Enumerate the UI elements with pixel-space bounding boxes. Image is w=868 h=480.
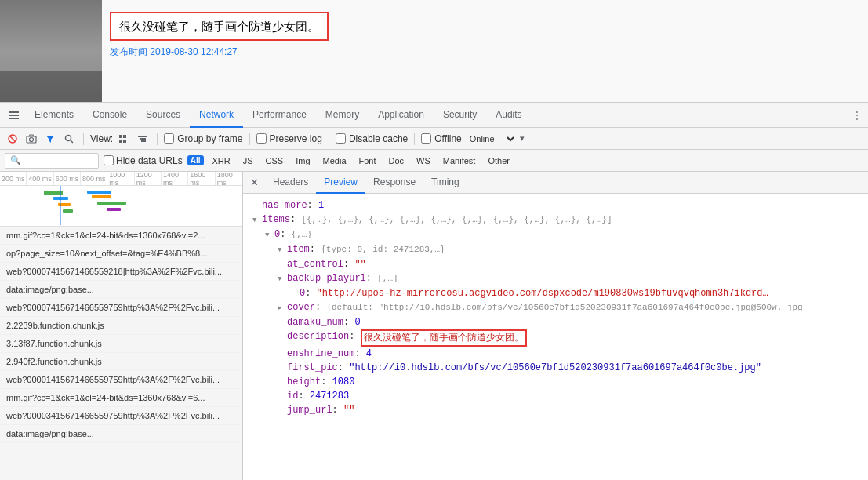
svg-rect-0 — [9, 111, 19, 113]
filter-ws[interactable]: WS — [412, 155, 434, 166]
json-item-row: item: {type: 0, id: 2471283,…} — [252, 242, 859, 257]
json-first-pic: first_pic: "http://i0.hdslb.com/bfs/vc/1… — [252, 361, 859, 375]
response-tab-timing[interactable]: Timing — [423, 172, 467, 194]
tick-400: 400 ms — [27, 172, 53, 185]
publish-time: 发布时间 2019-08-30 12:44:27 — [110, 45, 329, 59]
tick-1600: 1600 ms — [188, 172, 215, 185]
timeline-bar-8 — [107, 208, 122, 211]
tab-console[interactable]: Console — [83, 103, 136, 128]
response-tab-preview[interactable]: Preview — [316, 172, 365, 194]
json-cover: cover: {default: "http://i0.hdslb.com/bf… — [252, 300, 859, 315]
svg-point-7 — [66, 135, 71, 140]
filter-icon[interactable] — [42, 131, 58, 147]
list-item[interactable]: web?00007415671466559218|http%3A%2F%2Fvc… — [0, 263, 242, 281]
list-item[interactable]: web?00001415671466559759http%3A%2F%2Fvc.… — [0, 371, 242, 389]
throttling-select[interactable]: Online Fast 3G Slow 3G — [465, 133, 517, 144]
stop-recording-icon[interactable] — [5, 131, 20, 147]
highlighted-text-box: 很久没碰笔了，随手画个防道少女团。 — [110, 12, 329, 41]
filter-doc[interactable]: Doc — [385, 155, 409, 166]
json-backup-0: 0: "http://upos-hz-mirrorcosu.acgvideo.c… — [252, 286, 859, 300]
tab-audits[interactable]: Audits — [486, 103, 531, 128]
view-list-icon[interactable] — [116, 131, 132, 147]
filter-other[interactable]: Other — [484, 155, 514, 166]
offline-checkbox[interactable]: Offline — [421, 133, 461, 144]
filter-img[interactable]: Img — [292, 155, 314, 166]
json-has-more: has_more: 1 — [252, 198, 859, 213]
tick-800: 800 ms — [81, 172, 107, 185]
tab-sources[interactable]: Sources — [136, 103, 190, 128]
tab-performance[interactable]: Performance — [243, 103, 316, 128]
timeline-bar-5 — [87, 191, 111, 194]
json-height: height: 1080 — [252, 375, 859, 389]
camera-icon[interactable] — [24, 131, 39, 147]
filter-font[interactable]: Font — [355, 155, 380, 166]
list-item[interactable]: mm.gif?cc=1&ck=1&cl=24-bit&ds=1360x768&v… — [0, 227, 242, 245]
tab-elements[interactable]: Elements — [25, 103, 83, 128]
disable-cache-checkbox[interactable]: Disable cache — [336, 133, 408, 144]
items-expand-arrow[interactable] — [252, 213, 262, 227]
filter-js[interactable]: JS — [239, 155, 257, 166]
response-tab-headers[interactable]: Headers — [265, 172, 316, 194]
response-tab-response[interactable]: Response — [365, 172, 423, 194]
svg-line-8 — [71, 140, 73, 143]
tick-200: 200 ms — [0, 172, 27, 185]
tab-network[interactable]: Network — [190, 103, 243, 128]
preserve-log-checkbox[interactable]: Preserve log — [256, 133, 322, 144]
network-url-list: mm.gif?cc=1&ck=1&cl=24-bit&ds=1360x768&v… — [0, 227, 242, 480]
cover-expand-arrow[interactable] — [278, 300, 287, 315]
group-by-frame-checkbox[interactable]: Group by frame — [164, 133, 242, 144]
timeline-bar-4 — [63, 209, 72, 213]
json-item-0-row: 0: {,…} — [252, 227, 859, 242]
timeline-marker — [107, 186, 107, 225]
list-item[interactable]: web?00003415671466559759http%3A%2F%2Fvc.… — [0, 407, 242, 425]
svg-rect-11 — [123, 135, 126, 138]
list-item[interactable]: data:image/png;base... — [0, 281, 242, 299]
preview-text-area: 很久没碰笔了，随手画个防道少女团。 发布时间 2019-08-30 12:44:… — [110, 12, 329, 59]
list-item[interactable]: 2.2239b.function.chunk.js — [0, 317, 242, 335]
filter-css[interactable]: CSS — [262, 155, 288, 166]
tab-memory[interactable]: Memory — [316, 103, 369, 128]
network-toolbar: View: Group by frame Preserve log Disabl… — [0, 128, 868, 150]
json-jump-url: jump_url: "" — [252, 403, 859, 417]
main-content-area: 200 ms 400 ms 600 ms 800 ms 1000 ms 1200… — [0, 172, 868, 480]
list-item[interactable]: 2.940f2.function.chunk.js — [0, 353, 242, 371]
toolbar-separator-4 — [329, 133, 329, 145]
all-filter-badge[interactable]: All — [187, 155, 204, 165]
filter-xhr[interactable]: XHR — [209, 155, 234, 166]
timeline-bar-6 — [92, 195, 111, 198]
hide-data-urls-checkbox[interactable]: Hide data URLs — [104, 155, 183, 166]
timeline-area: 200 ms 400 ms 600 ms 800 ms 1000 ms 1200… — [0, 172, 242, 227]
svg-rect-1 — [9, 115, 19, 116]
devtools-toggle-icon[interactable] — [3, 104, 25, 126]
view-label: View: — [90, 133, 113, 144]
description-value: 很久没碰笔了，随手画个防道少女团。 — [361, 329, 527, 347]
more-tabs-icon[interactable]: ⋮ — [846, 104, 868, 126]
json-at-control: at_control: "" — [252, 257, 859, 271]
filter-media[interactable]: Media — [319, 155, 350, 166]
filter-input[interactable] — [24, 156, 93, 165]
list-item[interactable]: web?00007415671466559759http%3A%2F%2Fvc.… — [0, 299, 242, 317]
svg-rect-9 — [119, 135, 122, 138]
timeline-bars — [0, 186, 242, 225]
throttling-arrow[interactable]: ▾ — [520, 133, 525, 144]
tab-application[interactable]: Application — [369, 103, 434, 128]
filter-input-wrap: 🔍 — [5, 153, 99, 169]
tick-600: 600 ms — [54, 172, 81, 185]
list-item[interactable]: 3.13f87.function.chunk.js — [0, 335, 242, 353]
filter-manifest[interactable]: Manifest — [439, 155, 480, 166]
toolbar-separator-3 — [249, 133, 250, 145]
json-id: id: 2471283 — [252, 389, 859, 403]
svg-point-6 — [30, 137, 34, 141]
backup-expand-arrow[interactable] — [278, 271, 287, 286]
item0-expand-arrow[interactable] — [265, 227, 274, 242]
list-item[interactable]: data:image/png;base... — [0, 425, 242, 443]
search-icon[interactable] — [61, 131, 77, 147]
json-tree-view: has_more: 1 items: [{,…}, {,…}, {,…}, {,… — [243, 194, 868, 480]
list-item[interactable]: mm.gif?cc=1&ck=1&cl=24-bit&ds=1360x768&v… — [0, 389, 242, 407]
list-item[interactable]: op?page_size=10&next_offset=&tag=%E4%BB%… — [0, 245, 242, 263]
close-response-icon[interactable]: ✕ — [246, 175, 262, 191]
filter-row: 🔍 Hide data URLs All XHR JS CSS Img Medi… — [0, 150, 868, 172]
view-waterfall-icon[interactable] — [135, 131, 151, 147]
tab-security[interactable]: Security — [434, 103, 486, 128]
item-expand-arrow[interactable] — [278, 242, 287, 257]
